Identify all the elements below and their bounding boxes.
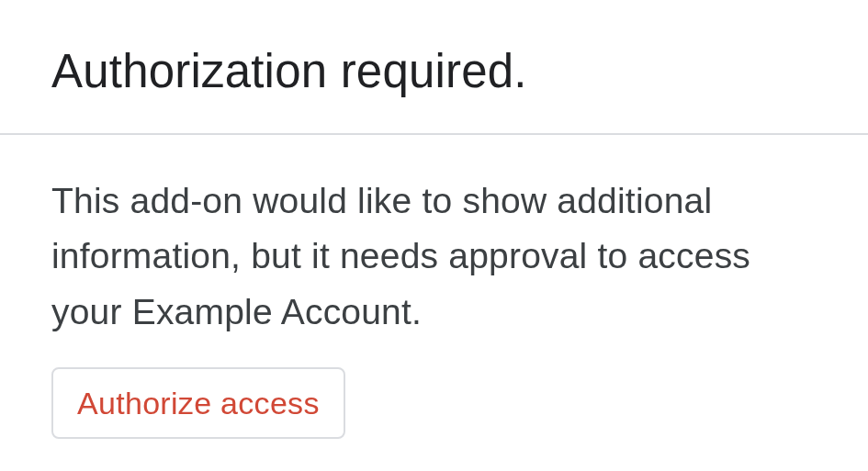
header: Authorization required. [0, 0, 868, 133]
description-text: This add-on would like to show additiona… [51, 174, 805, 340]
authorize-access-button[interactable]: Authorize access [51, 367, 345, 439]
page-title: Authorization required. [51, 44, 817, 98]
content-area: This add-on would like to show additiona… [0, 135, 868, 439]
